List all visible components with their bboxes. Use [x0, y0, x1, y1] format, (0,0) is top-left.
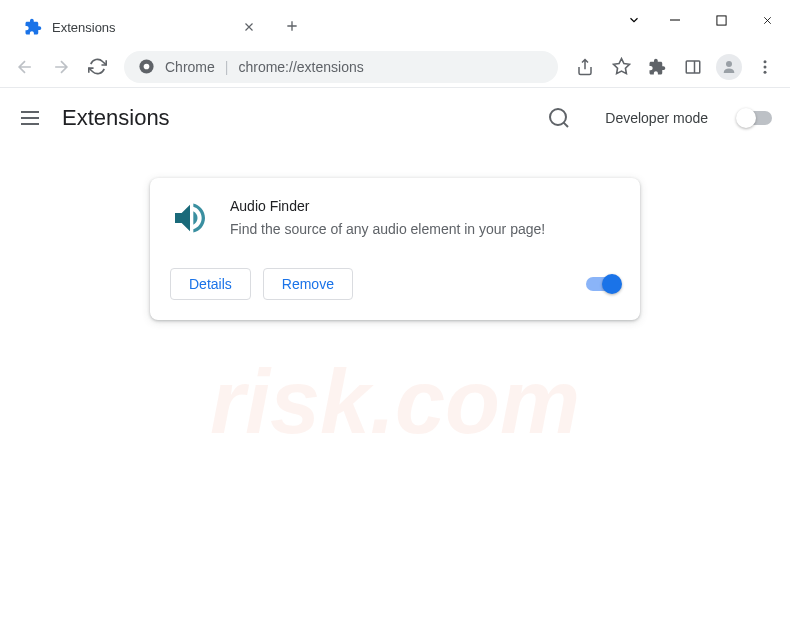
extension-icon	[24, 18, 42, 36]
svg-point-8	[550, 109, 566, 125]
svg-point-5	[764, 60, 767, 63]
share-button[interactable]	[568, 50, 602, 84]
reload-button[interactable]	[80, 50, 114, 84]
extension-name: Audio Finder	[230, 198, 620, 214]
svg-point-2	[144, 64, 150, 70]
toggle-knob	[602, 274, 622, 294]
profile-button[interactable]	[712, 50, 746, 84]
tab-title: Extensions	[52, 20, 232, 35]
svg-rect-0	[716, 15, 725, 24]
app-header: Extensions Developer mode	[0, 88, 790, 148]
extension-enable-toggle[interactable]	[586, 277, 620, 291]
developer-mode-toggle[interactable]	[738, 111, 772, 125]
omnibox[interactable]: Chrome | chrome://extensions	[124, 51, 558, 83]
page-title: Extensions	[62, 105, 527, 131]
extensions-button[interactable]	[640, 50, 674, 84]
chrome-icon	[138, 58, 155, 75]
extension-card: Audio Finder Find the source of any audi…	[150, 178, 640, 320]
content: Audio Finder Find the source of any audi…	[0, 148, 790, 350]
developer-mode-label: Developer mode	[605, 110, 708, 126]
search-icon[interactable]	[547, 106, 571, 130]
details-button[interactable]: Details	[170, 268, 251, 300]
window-controls	[616, 0, 790, 40]
avatar-icon	[716, 54, 742, 80]
close-window-button[interactable]	[744, 0, 790, 40]
hamburger-menu-button[interactable]	[18, 106, 42, 130]
minimize-button[interactable]	[652, 0, 698, 40]
sidepanel-button[interactable]	[676, 50, 710, 84]
new-tab-button[interactable]	[278, 12, 306, 40]
back-button[interactable]	[8, 50, 42, 84]
svg-rect-3	[686, 61, 700, 73]
maximize-button[interactable]	[698, 0, 744, 40]
svg-point-4	[726, 61, 732, 67]
svg-point-6	[764, 65, 767, 68]
svg-point-7	[764, 70, 767, 73]
omnibox-text: Chrome | chrome://extensions	[165, 59, 364, 75]
dropdown-button[interactable]	[616, 0, 652, 40]
extension-description: Find the source of any audio element in …	[230, 220, 620, 240]
remove-button[interactable]: Remove	[263, 268, 353, 300]
titlebar: Extensions	[0, 0, 790, 46]
speaker-icon	[170, 198, 210, 238]
close-icon[interactable]	[242, 20, 256, 34]
browser-tab[interactable]: Extensions	[10, 8, 270, 46]
toggle-knob	[736, 108, 756, 128]
forward-button[interactable]	[44, 50, 78, 84]
menu-button[interactable]	[748, 50, 782, 84]
bookmark-button[interactable]	[604, 50, 638, 84]
toolbar: Chrome | chrome://extensions	[0, 46, 790, 88]
